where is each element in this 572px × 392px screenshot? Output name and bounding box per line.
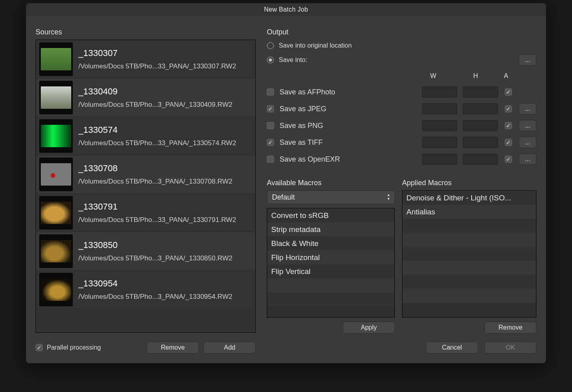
format-label-afphoto: Save as AFPhoto [280, 88, 416, 96]
format-checkbox-jpeg[interactable] [267, 105, 274, 112]
format-checkbox-png[interactable] [267, 122, 274, 129]
add-source-button[interactable]: Add [204, 342, 256, 354]
height-input-tiff[interactable] [463, 137, 498, 148]
source-row[interactable]: _1330708 /Volumes/Docs 5TB/Pho...3_PANA/… [36, 155, 255, 194]
sources-footer: Parallel processing Remove Add [36, 342, 256, 354]
source-row[interactable]: _1330954 /Volumes/Docs 5TB/Pho...3_PANA/… [36, 270, 255, 309]
source-row[interactable]: _1330307 /Volumes/Docs 5TB/Pho...33_PANA… [36, 40, 255, 78]
format-row-afphoto: Save as AFPhoto [267, 84, 536, 100]
available-macro-item[interactable]: Flip Vertical [267, 264, 394, 278]
source-path: /Volumes/Docs 5TB/Pho...33_PANA/_1330791… [78, 216, 252, 224]
updown-icon: ▲▼ [387, 193, 390, 201]
width-input-openexr[interactable] [422, 154, 457, 165]
save-original-label: Save into original location [279, 42, 352, 49]
source-title: _1330307 [78, 48, 252, 58]
format-checkbox-tiff[interactable] [267, 139, 274, 146]
sources-listbox[interactable]: _1330307 /Volumes/Docs 5TB/Pho...33_PANA… [36, 40, 256, 333]
format-label-openexr: Save as OpenEXR [280, 155, 416, 164]
source-title: _1330409 [78, 86, 252, 97]
aspect-checkbox-jpeg[interactable] [505, 105, 512, 112]
format-checkbox-afphoto[interactable] [267, 88, 274, 96]
applied-macro-item[interactable]: Denoise & Dither - Light (ISO... [402, 191, 536, 205]
source-meta: _1330850 /Volumes/Docs 5TB/Pho...3_PANA/… [78, 240, 252, 262]
output-label: Output [267, 28, 536, 36]
radio-save-original[interactable] [267, 42, 274, 49]
thumbnail [39, 42, 73, 76]
apply-macro-button[interactable]: Apply [343, 322, 395, 334]
source-row[interactable]: _1330850 /Volumes/Docs 5TB/Pho...3_PANA/… [36, 232, 255, 270]
empty-row [402, 261, 536, 275]
save-original-row[interactable]: Save into original location [267, 40, 536, 52]
source-path: /Volumes/Docs 5TB/Pho...33_PANA/_1330307… [78, 62, 252, 70]
aspect-checkbox-openexr[interactable] [505, 156, 512, 163]
remove-source-button[interactable]: Remove [147, 342, 199, 354]
width-input-png[interactable] [422, 120, 457, 131]
header-h: H [458, 72, 493, 80]
save-into-label: Save into: [279, 56, 307, 64]
parallel-processing-checkbox[interactable]: Parallel processing [36, 344, 101, 351]
applied-macros-col: Applied Macros Denoise & Dither - Light … [402, 179, 536, 334]
source-path: /Volumes/Docs 5TB/Pho...33_PANA/_1330574… [78, 139, 252, 147]
source-title: _1330791 [78, 202, 252, 212]
sources-column: Sources _1330307 /Volumes/Docs 5TB/Pho..… [36, 28, 256, 354]
dialog-footer: Cancel OK [267, 342, 536, 354]
source-row[interactable]: _1330574 /Volumes/Docs 5TB/Pho...33_PANA… [36, 117, 255, 155]
aspect-checkbox-tiff[interactable] [505, 139, 512, 146]
empty-row [402, 233, 536, 247]
radio-save-into[interactable] [267, 56, 274, 64]
source-path: /Volumes/Docs 5TB/Pho...3_PANA/_1330850.… [78, 254, 252, 262]
available-macros-listbox[interactable]: Convert to sRGBStrip metadataBlack & Whi… [267, 208, 395, 318]
cancel-button[interactable]: Cancel [426, 342, 478, 354]
available-macro-item[interactable]: Strip metadata [267, 222, 394, 236]
thumbnail [39, 234, 73, 268]
right-column: Output Save into original location Save … [267, 28, 536, 354]
macro-category-popup[interactable]: Default ▲▼ [267, 190, 395, 204]
thumbnail [39, 158, 73, 191]
remove-macro-button[interactable]: Remove [484, 322, 536, 334]
width-input-tiff[interactable] [422, 137, 457, 148]
applied-macros-label: Applied Macros [402, 179, 536, 187]
format-row-openexr: Save as OpenEXR ... [267, 151, 536, 168]
applied-macros-listbox[interactable]: Denoise & Dither - Light (ISO...Antialia… [402, 190, 536, 318]
format-label-jpeg: Save as JPEG [280, 105, 416, 113]
aspect-checkbox-png[interactable] [505, 122, 512, 129]
width-input-jpeg[interactable] [422, 103, 457, 114]
options-button-openexr[interactable]: ... [519, 154, 536, 165]
height-input-png[interactable] [463, 120, 498, 131]
thumbnail [39, 273, 73, 306]
available-macro-item[interactable]: Black & White [267, 236, 394, 250]
empty-row [402, 289, 536, 303]
format-checkbox-openexr[interactable] [267, 156, 274, 163]
thumbnail [39, 196, 73, 230]
save-into-row[interactable]: Save into: ... [267, 54, 536, 66]
source-title: _1330850 [78, 240, 252, 250]
source-row[interactable]: _1330409 /Volumes/Docs 5TB/Pho...3_PANA/… [36, 78, 255, 117]
ok-button[interactable]: OK [484, 342, 536, 354]
empty-row [267, 278, 394, 292]
height-input-jpeg[interactable] [463, 103, 498, 114]
source-path: /Volumes/Docs 5TB/Pho...3_PANA/_1330409.… [78, 101, 252, 109]
aspect-checkbox-afphoto[interactable] [505, 88, 512, 96]
available-macro-item[interactable]: Convert to sRGB [267, 208, 394, 222]
applied-macro-item[interactable]: Antialias [402, 205, 536, 219]
batch-job-dialog: New Batch Job Sources _1330307 /Volumes/… [26, 3, 546, 363]
source-title: _1330574 [78, 125, 252, 135]
height-input-openexr[interactable] [463, 154, 498, 165]
choose-folder-button[interactable]: ... [519, 54, 536, 66]
options-button-jpeg[interactable]: ... [519, 103, 536, 114]
empty-row [402, 275, 536, 289]
available-macro-item[interactable]: Flip Horizontal [267, 250, 394, 264]
macro-category-value: Default [272, 193, 295, 202]
thumbnail [39, 119, 73, 153]
format-row-jpeg: Save as JPEG ... [267, 100, 536, 117]
format-row-png: Save as PNG ... [267, 117, 536, 134]
checkbox-icon [36, 344, 43, 351]
options-button-png[interactable]: ... [519, 120, 536, 131]
width-input-afphoto[interactable] [422, 86, 457, 98]
source-row[interactable]: _1330791 /Volumes/Docs 5TB/Pho...33_PANA… [36, 194, 255, 232]
empty-row [267, 292, 394, 306]
height-input-afphoto[interactable] [463, 86, 498, 98]
source-meta: _1330708 /Volumes/Docs 5TB/Pho...3_PANA/… [78, 163, 252, 186]
format-row-tiff: Save as TIFF ... [267, 134, 536, 151]
options-button-tiff[interactable]: ... [519, 137, 536, 148]
